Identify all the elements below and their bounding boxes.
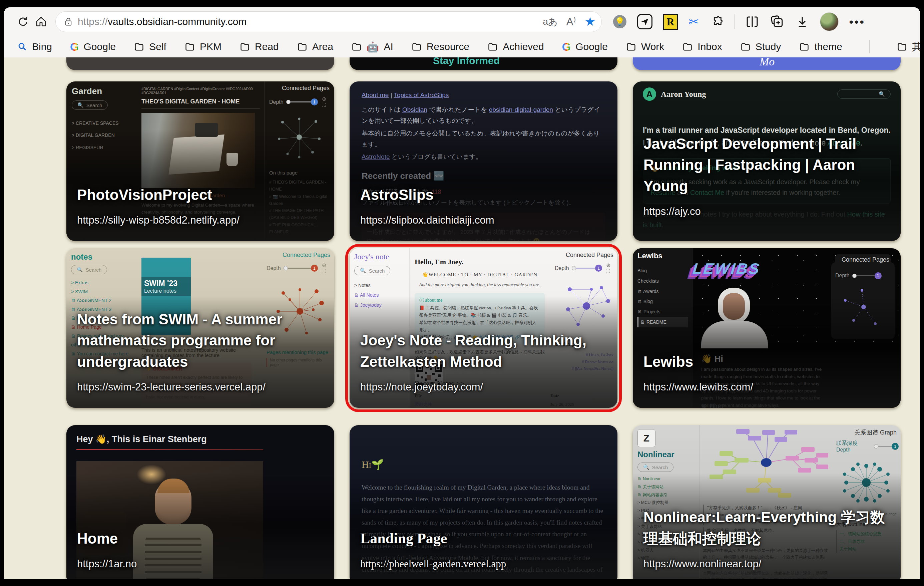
card-url: https://silly-wisp-b858d2.netlify.app/ xyxy=(77,214,325,226)
browser-toolbar: https://vaults.obsidian-community.com aあ… xyxy=(4,7,920,36)
bookmark-folder-achieved[interactable]: Achieved xyxy=(487,41,544,53)
vault-card-landing-page[interactable]: Hi🌱 Welcome to the flourishing realm of … xyxy=(350,425,617,579)
reload-button[interactable] xyxy=(14,13,32,31)
vault-card-einar-home[interactable]: Hey 👋, This is Einar Stenberg Home https… xyxy=(66,425,334,579)
scissors-extension-icon[interactable]: ✂ xyxy=(688,14,699,29)
depth-slider: 1 xyxy=(287,101,316,102)
bookmark-folder-inbox[interactable]: Inbox xyxy=(682,41,722,53)
bookmark-bing[interactable]: Bing xyxy=(17,41,52,53)
card-title: Nonlinear:Learn-Everything 学习数理基础和控制理论 xyxy=(644,507,891,549)
blog-link: 🗎 Blog xyxy=(701,403,723,408)
topics-link: Topics of AstroSlips xyxy=(394,91,449,99)
graph-controls-icon: ⊕ ⛶ xyxy=(322,96,330,108)
bookmark-folder-theme[interactable]: theme xyxy=(799,41,842,53)
bookmark-folder-read[interactable]: Read xyxy=(239,41,279,53)
bookmark-folder-pkm[interactable]: PKM xyxy=(185,41,221,53)
card-title: Notes from SWIM - A summer mathematics p… xyxy=(77,309,325,372)
card-url: https://note.joeytoday.com/ xyxy=(360,381,608,393)
r-extension-icon[interactable]: R xyxy=(663,14,678,30)
bookmark-folder-ai[interactable]: 🤖AI xyxy=(351,41,393,53)
other-favorites-folder[interactable]: 其他 xyxy=(897,40,920,54)
bookmark-folder-work[interactable]: Work xyxy=(626,41,664,53)
downloads-icon[interactable] xyxy=(795,15,809,29)
more-menu-icon[interactable]: ••• xyxy=(849,15,865,28)
depth-slider: 1 xyxy=(874,446,897,447)
search-icon: 🔍 xyxy=(78,102,84,108)
bookmark-google-2[interactable]: GGoogle xyxy=(562,40,608,53)
plane-glyph-icon xyxy=(640,17,650,26)
vault-card-swim-notes[interactable]: notes 🔍Search > Extras > SWIM 🗎 ASSIGNME… xyxy=(66,248,334,408)
bookmark-google[interactable]: GGoogle xyxy=(70,40,116,53)
card-url: https://1ar.no xyxy=(77,558,325,570)
search-icon: 🔍 xyxy=(360,267,366,274)
translate-icon[interactable]: aあ xyxy=(543,15,558,28)
partial-card-middle[interactable]: Stay Informed xyxy=(350,58,617,70)
lock-icon xyxy=(64,17,73,27)
table-row: 爱欲之外July 26, 2025 xyxy=(415,400,601,408)
partial-card-left[interactable] xyxy=(66,58,334,70)
browser-window: https://vaults.obsidian-community.com aあ… xyxy=(4,7,920,579)
paper-plane-extension-icon[interactable] xyxy=(637,14,652,30)
vault-card-joeys-note[interactable]: Joey's note 🔍Search > Notes 🗎 All Notes … xyxy=(350,248,617,408)
split-screen-icon[interactable] xyxy=(745,15,759,29)
vault-card-nonlinear[interactable]: Z Nonlinear 🔍Search 🗎 Nonlinear 🗎 关于该网站 … xyxy=(633,425,901,579)
recent-notes-table: FileDate 爱欲之外July 26, 2025 July 13, 2025… xyxy=(415,392,601,408)
mindmap xyxy=(703,425,830,500)
extensions-puzzle-icon[interactable] xyxy=(710,15,723,28)
card-url: https://slipbox.daichidaiji.com xyxy=(360,214,608,226)
card-url: https://pheelwell-garden.vercel.app xyxy=(360,558,608,570)
bookmarks-divider xyxy=(869,40,870,53)
card-url: https://swim-23-lecture-series.vercel.ap… xyxy=(77,381,325,393)
vault-gallery: Stay Informed Mo Garden 🔍Search > CREATI… xyxy=(4,58,920,579)
graph-view xyxy=(835,282,890,332)
home-button[interactable] xyxy=(32,13,50,31)
card-title: Lewibs xyxy=(644,351,891,372)
folder-icon xyxy=(626,42,637,51)
site-logo: A xyxy=(643,87,656,101)
profile-avatar[interactable] xyxy=(820,12,838,31)
robot-emoji-icon: 🤖 xyxy=(366,41,379,53)
vault-card-lewibs[interactable]: Lewibs Blog Checklists 🗎 Awards 🗎 Blog 🗎… xyxy=(633,248,901,408)
card-title: JavaScript Development | Trail Running |… xyxy=(644,133,891,197)
card-title: AstroSlips xyxy=(360,184,608,206)
folder-icon xyxy=(487,42,498,51)
bookmark-folder-area[interactable]: Area xyxy=(297,41,333,53)
vault-card-aaron-young[interactable]: A Aaron Young 🔍 I'm a trail runner and J… xyxy=(633,81,901,241)
toolbar-divider xyxy=(734,14,734,29)
card-url: https://ajy.co xyxy=(644,206,891,218)
bookmark-folder-self[interactable]: Self xyxy=(134,41,167,53)
depth-slider: 1 xyxy=(284,267,316,269)
folder-icon xyxy=(239,42,250,51)
url-text[interactable]: https://vaults.obsidian-community.com xyxy=(78,16,543,27)
home-icon xyxy=(35,15,47,28)
bookmarks-bar: Bing GGoogle Self PKM Read Area 🤖AI Reso… xyxy=(4,36,920,58)
desk-photo xyxy=(142,113,255,188)
read-aloud-icon[interactable]: A⁾ xyxy=(566,15,576,28)
graph-view xyxy=(836,457,896,508)
search-icon: 🔍 xyxy=(77,267,83,272)
folder-icon xyxy=(351,42,362,51)
astronaut-suit xyxy=(701,321,768,348)
reload-icon xyxy=(16,15,29,28)
depth-slider: 1 xyxy=(573,267,600,269)
lightbulb-extension-icon[interactable]: 💡 xyxy=(613,15,627,28)
search-icon: 🔍 xyxy=(643,464,650,470)
folder-icon xyxy=(682,42,693,51)
vault-card-photovisionproject[interactable]: Garden 🔍Search > CREATIVE SPACES > DIGIT… xyxy=(66,81,334,241)
favorite-star-icon[interactable]: ★ xyxy=(585,16,596,28)
partial-card-row: Stay Informed Mo xyxy=(4,58,920,70)
site-logo: Z xyxy=(637,429,655,447)
folder-icon xyxy=(185,42,195,51)
url-scheme: https:// xyxy=(78,16,108,27)
address-bar[interactable]: https://vaults.obsidian-community.com aあ… xyxy=(55,12,602,32)
folder-icon xyxy=(134,42,144,51)
bookmark-folder-resource[interactable]: Resource xyxy=(411,41,469,53)
bookmark-folder-study[interactable]: Study xyxy=(740,41,781,53)
collections-add-icon[interactable] xyxy=(770,14,785,29)
folder-icon xyxy=(897,42,908,51)
vault-card-astroslips[interactable]: About me | Topics of AstroSlips このサイトは O… xyxy=(350,81,617,241)
card-title: Landing Page xyxy=(360,528,608,549)
partial-card-right[interactable]: Mo xyxy=(633,58,901,70)
search-icon: 🔍 xyxy=(879,91,885,97)
depth-slider: 1 xyxy=(853,275,879,276)
